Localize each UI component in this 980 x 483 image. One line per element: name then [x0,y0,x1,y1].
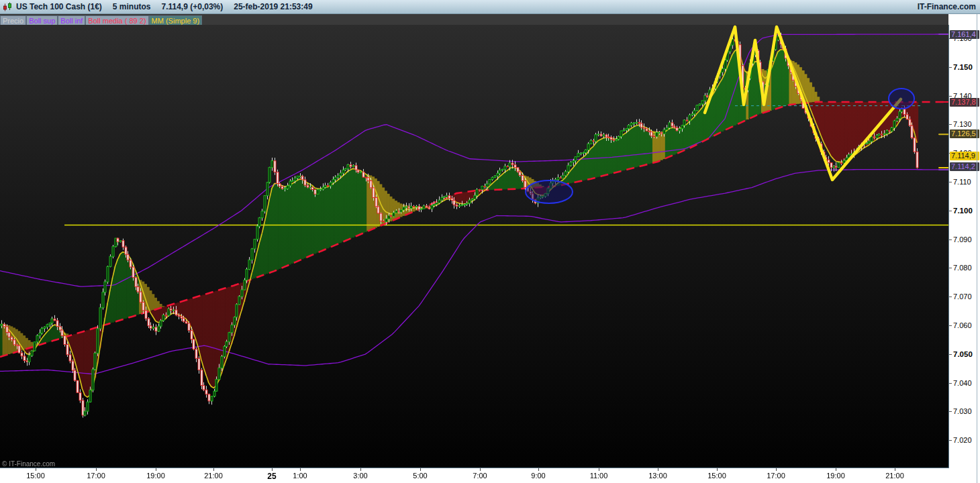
time-axis-tick [776,468,777,471]
time-axis-tick [538,468,539,471]
time-axis-label: 5:00 [413,472,427,480]
price-axis-tick [949,182,952,182]
price-axis-label: 7.080 [953,264,972,272]
price-axis-tick [949,268,952,268]
time-axis-tick [213,468,214,471]
time-axis-tick [360,468,361,471]
watermark: © IT-Finance.com [2,460,55,468]
price-axis-label: 7.030 [953,407,972,415]
time-axis-label: 21:00 [204,472,223,480]
time-axis-label: 11:00 [590,472,608,480]
price-axis-label: 7.100 [953,207,973,215]
instrument-name: US Tech 100 Cash (1€) [16,2,102,11]
time-axis-label: 19:00 [826,472,845,480]
axis-right-border [977,14,977,483]
price-axis-label: 7.130 [953,120,972,128]
price-axis-tick [949,297,952,297]
price-axis-tick [949,411,952,412]
chart-area: © IT-Finance.com [0,25,949,468]
timeframe-label: 5 minutos [113,2,151,11]
price-axis-label: 7.150 [953,63,973,71]
time-axis-tick [836,468,836,471]
time-axis-label: 1:00 [293,472,307,480]
time-axis-label: 15:00 [707,472,726,480]
time-axis-label: 7:00 [473,472,487,480]
candlestick-icon [2,1,13,12]
price-axis-tick [949,440,952,441]
price-tag: 7.161,4 [950,30,979,39]
time-axis-tick [895,468,895,471]
time-axis-tick [599,468,599,471]
price-tag: 7.126,5 [950,129,979,138]
time-axis[interactable]: 15:0017:0019:0021:00251:003:005:007:009:… [0,468,949,483]
price-axis-label: 7.090 [953,235,972,244]
time-axis-label: 13:00 [648,472,667,480]
price-axis-label: 7.060 [953,321,972,329]
time-axis-label: 17:00 [87,472,105,480]
price-tag: 7.114,2 [950,162,979,171]
time-axis-tick [300,468,301,471]
time-axis-tick [420,468,421,471]
time-axis-tick [36,468,36,471]
time-axis-tick [156,468,156,471]
price-axis-tick [949,67,952,68]
price-axis-tick [949,325,952,326]
indicator-toolbar: PrecioBoll supBoll infBoll media ( 89 2)… [0,14,948,25]
time-axis-label: 19:00 [146,472,165,480]
price-chart-canvas[interactable] [0,25,948,468]
price-axis-tick [949,383,952,384]
price-axis-tick [949,354,952,355]
chart-header: US Tech 100 Cash (1€) 5 minutos 7.114,9 … [0,0,980,14]
time-axis-label: 25 [267,472,276,481]
trading-window: US Tech 100 Cash (1€) 5 minutos 7.114,9 … [0,0,980,483]
time-axis-tick [272,468,273,471]
price-axis-label: 7.070 [953,292,972,301]
time-axis-label: 9:00 [531,472,545,480]
datetime-label: 25-feb-2019 21:53:49 [234,2,312,11]
time-axis-label: 3:00 [353,472,367,480]
price-tag: 7.137,8 [950,98,979,107]
price-axis-tick [949,96,952,97]
brand-label: IT-Finance.com [918,2,976,11]
time-axis-tick [717,468,718,471]
price-axis[interactable]: 7.1607.1507.1407.1307.1207.1107.1007.090… [949,14,980,483]
time-axis-tick [480,468,481,471]
price-axis-label: 7.040 [953,379,972,387]
time-axis-label: 15:00 [26,472,45,480]
last-price-label: 7.114,9 (+0,03%) [162,2,224,11]
price-axis-tick [949,211,952,211]
time-axis-tick [96,468,97,471]
price-axis-label: 7.050 [953,350,973,358]
time-axis-tick [658,468,658,471]
price-axis-tick [949,124,952,125]
time-axis-label: 21:00 [885,472,904,480]
price-axis-label: 7.110 [953,178,971,186]
price-axis-tick [949,239,952,240]
time-axis-label: 17:00 [767,472,785,480]
price-tag: 7.114,9 [950,152,979,160]
price-axis-label: 7.020 [953,436,972,444]
